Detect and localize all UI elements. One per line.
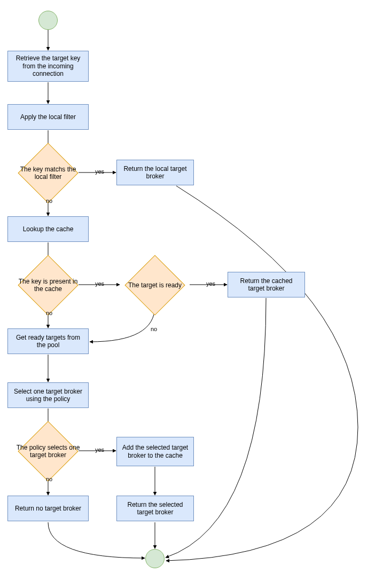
flowchart-canvas: Retrieve the target key from the incomin… [0,0,375,588]
edge-nobroker-end [48,522,145,558]
decision-key-in-cache-label: The key is present in the cache [16,278,80,293]
process-retrieve-key-label: Retrieve the target key from the incomin… [11,54,85,77]
process-add-to-cache-label: Add the selected target broker to the ca… [120,444,190,459]
start-node [38,11,58,30]
process-select-target: Select one target broker using the polic… [7,382,89,408]
edge-label-d1-yes: yes [94,168,105,175]
decision-policy-selects: The policy selects one target broker [27,430,69,473]
process-add-to-cache: Add the selected target broker to the ca… [116,437,194,466]
process-lookup-cache-label: Lookup the cache [23,225,74,233]
process-return-local: Return the local target broker [116,160,194,185]
process-apply-filter-label: Apply the local filter [20,113,76,121]
decision-policy-selects-label: The policy selects one target broker [16,444,80,459]
edge-local-end [166,186,358,561]
process-apply-filter: Apply the local filter [7,104,89,130]
decision-key-matches-filter: The key matchs the local filter [27,152,69,194]
decision-key-in-cache: The key is present in the cache [27,264,69,307]
edge-label-d1-no: no [45,198,53,204]
edge-label-d2-no: no [45,310,53,316]
process-return-cached-label: Return the cached target broker [231,277,301,293]
edge-label-d4-yes: yes [94,446,105,453]
process-return-no-target-label: Return no target broker [15,505,81,512]
process-lookup-cache: Lookup the cache [7,216,89,242]
process-return-cached: Return the cached target broker [228,272,305,297]
process-get-ready-targets: Get ready targets from the pool [7,328,89,354]
end-node [145,549,165,568]
process-retrieve-key: Retrieve the target key from the incomin… [7,51,89,82]
edge-label-d4-no: no [45,476,53,482]
edge-decision3-no [90,306,155,342]
edge-label-d3-yes: yes [205,280,216,287]
process-get-ready-targets-label: Get ready targets from the pool [11,334,85,349]
process-select-target-label: Select one target broker using the polic… [11,388,85,403]
decision-target-ready-label: The target is ready [128,281,182,289]
edge-label-d3-no: no [150,326,158,332]
edge-label-d2-yes: yes [94,280,105,287]
process-return-local-label: Return the local target broker [120,165,190,181]
decision-key-matches-filter-label: The key matchs the local filter [16,166,80,181]
process-return-no-target: Return no target broker [7,496,89,521]
decision-target-ready: The target is ready [134,264,176,307]
process-return-selected-label: Return the selected target broker [120,501,190,516]
process-return-selected: Return the selected target broker [116,496,194,521]
